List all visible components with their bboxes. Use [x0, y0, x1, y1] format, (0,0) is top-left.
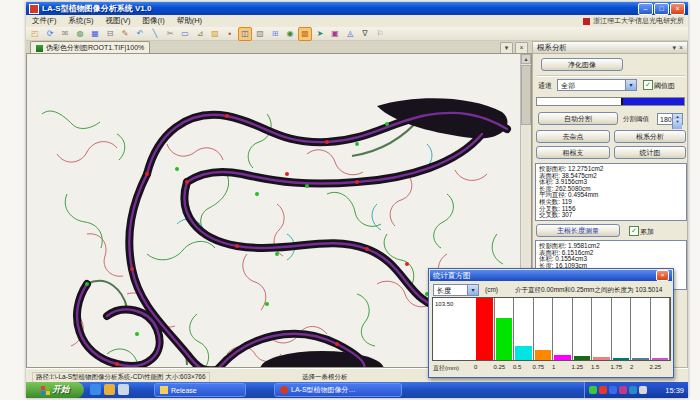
color-icon[interactable]: ▪	[223, 27, 237, 41]
spin-down-icon[interactable]: ▼	[672, 119, 682, 129]
panel-close-icon[interactable]: ×	[679, 44, 683, 52]
arrow-icon[interactable]: ➤	[313, 27, 327, 41]
histogram-chart: 103.50	[432, 297, 671, 361]
rect-select-icon[interactable]: ▭	[178, 27, 192, 41]
scrollbar-thumb[interactable]	[521, 65, 531, 125]
bar	[535, 350, 552, 360]
main-root-measure-button[interactable]: 主根长度测量	[536, 224, 620, 237]
threshold-slider[interactable]	[536, 97, 685, 106]
bar-column	[592, 298, 612, 360]
root-analyze-button[interactable]: 根系分析	[614, 130, 686, 143]
remove-noise-button[interactable]: 去杂点	[536, 130, 610, 143]
quick-launch-icon-0[interactable]	[90, 384, 101, 395]
tray-icon-5[interactable]	[639, 386, 647, 394]
accumulate-checkbox[interactable]: ✓	[629, 226, 639, 236]
histogram-window: 统计直方图 × 长度 ▾ (cm) 介于直径0.00mm和0.25mm之间的长度…	[428, 268, 674, 378]
task-button-release-label: Release	[171, 387, 197, 394]
grid-icon[interactable]: ⊞	[268, 27, 282, 41]
channel-select[interactable]: 全部 ▾	[557, 79, 637, 91]
thick-root-button[interactable]: 粗根支	[536, 146, 610, 159]
menu-item-0[interactable]: 文件(F)	[26, 16, 63, 26]
maximize-button[interactable]: □	[654, 3, 669, 15]
histogram-close-button[interactable]: ×	[656, 270, 669, 281]
start-button[interactable]: 开始	[26, 382, 84, 398]
flag-icon[interactable]: ⚐	[373, 27, 387, 41]
task-button-app[interactable]: LA-S型植物图像分…	[274, 383, 402, 397]
x-tick-label: 1.75	[611, 364, 631, 370]
channel-label: 通道	[538, 81, 552, 91]
app-task-icon	[280, 386, 288, 394]
minimize-button[interactable]: –	[638, 3, 653, 15]
clock: 15:39	[665, 386, 684, 395]
metric-select[interactable]: 长度 ▾	[433, 284, 479, 296]
cut-icon[interactable]: ✂	[163, 27, 177, 41]
mail-icon[interactable]: ✉	[58, 27, 72, 41]
purify-image-button[interactable]: 净化图像	[541, 58, 623, 71]
metric-value: 长度	[437, 287, 451, 294]
bar	[593, 357, 610, 360]
histogram-info-text: 介于直径0.00mm和0.25mm之间的长度为 103.5014	[515, 286, 662, 295]
threshold-checkbox-label: 阈值图	[654, 81, 675, 91]
tray-icon-3[interactable]	[619, 386, 627, 394]
channel-value: 全部	[561, 82, 575, 89]
globe-icon[interactable]: ◍	[73, 27, 87, 41]
undo-icon[interactable]: ↶	[133, 27, 147, 41]
menu-item-3[interactable]: 图像(I)	[137, 16, 171, 26]
open-icon[interactable]: ◰	[28, 27, 42, 41]
analyze-icon[interactable]: ▩	[298, 27, 312, 41]
tray-icon-4[interactable]	[629, 386, 637, 394]
system-tray: 15:39	[584, 382, 688, 398]
bar-column	[573, 298, 593, 360]
threshold-checkbox[interactable]: ✓	[643, 80, 653, 90]
menu-item-1[interactable]: 系统(S)	[63, 16, 100, 26]
tray-icon-1[interactable]	[599, 386, 607, 394]
threshold-icon[interactable]: ◫	[238, 27, 252, 41]
fill-icon[interactable]: ▨	[208, 27, 222, 41]
bar	[652, 358, 669, 360]
save-icon[interactable]: ▦	[88, 27, 102, 41]
bar-column	[651, 298, 671, 360]
bar	[515, 346, 532, 360]
x-tick-label: 1.25	[572, 364, 592, 370]
tray-icon-2[interactable]	[609, 386, 617, 394]
print-icon[interactable]: ⊟	[103, 27, 117, 41]
line-icon[interactable]: ╲	[148, 27, 162, 41]
layers-icon[interactable]: ▧	[253, 27, 267, 41]
edit-icon[interactable]: ✎	[118, 27, 132, 41]
org-label-box: 浙江理工大学信息光电研究所	[583, 16, 688, 26]
menu-item-4[interactable]: 帮助(H)	[171, 16, 208, 26]
bar	[632, 358, 649, 360]
toolbar: ◰⟳✉◍▦⊟✎↶╲✂▭⊿▨▪◫▧⊞◉▩➤▣◬∇⚐	[26, 27, 688, 41]
polygon-icon[interactable]: ∇	[358, 27, 372, 41]
close-button[interactable]: ×	[670, 3, 685, 15]
quick-launch-icon-2[interactable]	[118, 384, 129, 395]
document-tab-label: 伪彩色分割图ROOT1.TIF|100%	[46, 43, 144, 53]
slider-fill	[622, 98, 684, 105]
statistics-chart-button[interactable]: 统计图	[614, 146, 686, 159]
folder-icon	[160, 386, 168, 394]
quick-launch-icon-1[interactable]	[104, 384, 115, 395]
tray-icon-0[interactable]	[589, 386, 597, 394]
bar-column	[553, 298, 573, 360]
panel-title-bar: 根系分析 ▾ ×	[533, 42, 687, 54]
bar-column	[631, 298, 651, 360]
metric-dropdown-icon[interactable]: ▾	[467, 285, 478, 295]
scroll-up-icon[interactable]: ▴	[521, 54, 531, 64]
split-threshold-spinner[interactable]: 180 ▲ ▼	[657, 113, 683, 125]
angle-icon[interactable]: ⊿	[193, 27, 207, 41]
target-icon[interactable]: ◉	[283, 27, 297, 41]
desktop: LA-S型植物图像分析系统 V1.0 – □ × 文件(F)系统(S)视图(V)…	[26, 2, 688, 398]
channel-dropdown-icon[interactable]: ▾	[625, 80, 636, 90]
slider-marker[interactable]	[621, 98, 623, 105]
menu-item-2[interactable]: 视图(V)	[100, 16, 137, 26]
marker-icon[interactable]: ▣	[328, 27, 342, 41]
task-button-release[interactable]: Release	[154, 383, 246, 397]
x-tick-label: 0.25	[494, 364, 514, 370]
auto-split-button[interactable]: 自动分割	[538, 112, 618, 125]
measure-icon[interactable]: ◬	[343, 27, 357, 41]
panel-pin-icon[interactable]: ▾	[672, 44, 676, 52]
bar	[496, 318, 513, 360]
refresh-icon[interactable]: ⟳	[43, 27, 57, 41]
bar	[613, 358, 630, 360]
x-tick-label: 0.5	[513, 364, 533, 370]
